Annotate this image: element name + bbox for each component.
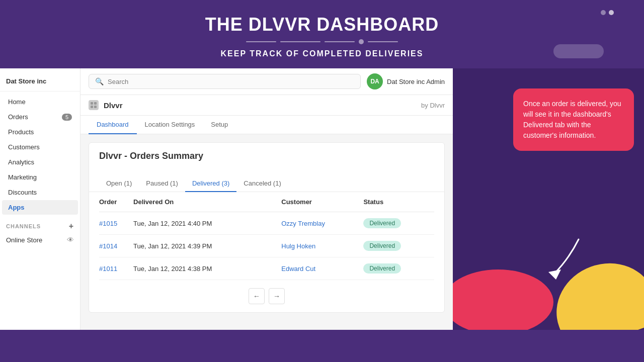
channel-visibility-icon[interactable]: 👁 bbox=[67, 236, 74, 244]
sidebar-item-online-store[interactable]: Online Store 👁 bbox=[0, 233, 80, 247]
user-name: Dat Store inc Admin bbox=[387, 78, 445, 85]
status-badge: Delivered bbox=[363, 263, 401, 274]
sidebar-item-discounts[interactable]: Discounts bbox=[2, 185, 78, 200]
sidebar-item-products[interactable]: Products bbox=[2, 125, 78, 139]
hero-divider bbox=[10, 39, 634, 44]
orders-table-wrap: Order Delivered On Customer Status #1015… bbox=[89, 192, 444, 280]
user-info: DA Dat Store inc Admin bbox=[367, 73, 445, 89]
delivered-on-cell: Tue, Jan 12, 2021 4:38 PM bbox=[133, 257, 281, 280]
delivered-on-cell: Tue, Jan 12, 2021 4:39 PM bbox=[133, 235, 281, 257]
sidebar-item-home[interactable]: Home bbox=[2, 95, 78, 109]
avatar: DA bbox=[367, 73, 383, 89]
orders-table: Order Delivered On Customer Status #1015… bbox=[99, 192, 434, 280]
svg-rect-2 bbox=[91, 106, 93, 108]
channels-label: CHANNELS bbox=[6, 223, 41, 229]
status-badge: Delivered bbox=[363, 241, 401, 251]
tab-location-settings[interactable]: Location Settings bbox=[137, 116, 203, 134]
sub-tabs: Open (1) Paused (1) Delivered (3) Cancel… bbox=[89, 175, 444, 192]
tab-setup[interactable]: Setup bbox=[203, 116, 236, 134]
app-header: Dlvvr by Dlvvr bbox=[80, 95, 453, 116]
order-link[interactable]: #1015 bbox=[99, 220, 117, 227]
sidebar-item-label: Orders bbox=[8, 113, 28, 121]
prev-page-button[interactable]: ← bbox=[249, 288, 265, 304]
hero-banner: THE DLVVR DASHBOARD KEEP TRACK OF COMPLE… bbox=[0, 0, 644, 68]
sidebar-item-marketing[interactable]: Marketing bbox=[2, 170, 78, 185]
table-row: #1014 Tue, Jan 12, 2021 4:39 PM Hulg Hok… bbox=[99, 235, 434, 257]
customer-link[interactable]: Hulg Hoken bbox=[281, 242, 315, 250]
hero-title: THE DLVVR DASHBOARD bbox=[10, 14, 634, 35]
hero-subtitle: KEEP TRACK OF COMPLETED DELIVERIES bbox=[10, 49, 634, 58]
sidebar-item-label: Discounts bbox=[8, 189, 37, 196]
app-header-left: Dlvvr bbox=[89, 100, 123, 110]
search-icon: 🔍 bbox=[95, 77, 104, 85]
sidebar-item-label: Marketing bbox=[8, 173, 37, 181]
sidebar: Dat Store inc Home Orders 5 Products Cus… bbox=[0, 68, 80, 330]
sidebar-item-orders[interactable]: Orders 5 bbox=[2, 110, 78, 124]
tooltip-card: Once an order is delivered, you will see… bbox=[513, 88, 634, 151]
app-icon bbox=[89, 100, 99, 110]
app-name: Dlvvr bbox=[104, 101, 123, 110]
customer-link[interactable]: Ozzy Tremblay bbox=[281, 220, 325, 227]
sidebar-item-analytics[interactable]: Analytics bbox=[2, 155, 78, 169]
table-row: #1011 Tue, Jan 12, 2021 4:38 PM Edward C… bbox=[99, 257, 434, 280]
col-customer: Customer bbox=[281, 192, 363, 212]
svg-rect-1 bbox=[94, 102, 97, 105]
delivered-on-cell: Tue, Jan 12, 2021 4:40 PM bbox=[133, 212, 281, 235]
svg-marker-4 bbox=[548, 269, 561, 280]
col-order: Order bbox=[99, 192, 133, 212]
customer-link[interactable]: Edward Cut bbox=[281, 265, 315, 273]
orders-title: Dlvvr - Orders Summary bbox=[99, 151, 434, 161]
add-channel-icon[interactable]: + bbox=[69, 222, 74, 231]
by-label: by Dlvvr bbox=[421, 102, 445, 109]
next-page-button[interactable]: → bbox=[269, 288, 285, 304]
orders-badge: 5 bbox=[62, 114, 72, 121]
status-badge: Delivered bbox=[363, 218, 401, 228]
sidebar-item-label: Customers bbox=[8, 143, 40, 151]
sidebar-item-label: Analytics bbox=[8, 158, 34, 166]
hero-nav-dots bbox=[601, 10, 614, 15]
order-link[interactable]: #1011 bbox=[99, 265, 117, 273]
sub-tab-paused[interactable]: Paused (1) bbox=[139, 175, 185, 192]
right-panel: Once an order is delivered, you will see… bbox=[453, 68, 644, 330]
search-box[interactable]: 🔍 bbox=[89, 74, 361, 89]
app-area: 🔍 DA Dat Store inc Admin Dlvvr by Dlvvr … bbox=[80, 68, 453, 330]
sidebar-item-label: Apps bbox=[8, 204, 25, 211]
sidebar-item-label: Home bbox=[8, 98, 26, 106]
sidebar-item-label: Products bbox=[8, 128, 34, 136]
tab-dashboard[interactable]: Dashboard bbox=[89, 116, 137, 134]
sidebar-item-customers[interactable]: Customers bbox=[2, 140, 78, 154]
tooltip-text: Once an order is delivered, you will see… bbox=[523, 99, 624, 141]
topbar: 🔍 DA Dat Store inc Admin bbox=[80, 68, 453, 95]
col-status: Status bbox=[363, 192, 434, 212]
svg-rect-0 bbox=[91, 102, 93, 105]
search-input[interactable] bbox=[108, 78, 354, 85]
tabs-bar: Dashboard Location Settings Setup bbox=[80, 116, 453, 134]
store-name: Dat Store inc bbox=[0, 73, 80, 92]
col-delivered-on: Delivered On bbox=[133, 192, 281, 212]
channel-label: Online Store bbox=[6, 236, 42, 244]
svg-rect-3 bbox=[94, 106, 97, 108]
orders-card: Dlvvr - Orders Summary Open (1) Paused (… bbox=[89, 142, 445, 313]
order-link[interactable]: #1014 bbox=[99, 242, 117, 250]
hero-cta-button[interactable] bbox=[553, 44, 604, 58]
sidebar-item-apps[interactable]: Apps bbox=[2, 200, 78, 215]
sub-tab-canceled[interactable]: Canceled (1) bbox=[236, 175, 288, 192]
table-row: #1015 Tue, Jan 12, 2021 4:40 PM Ozzy Tre… bbox=[99, 212, 434, 235]
orders-card-header: Dlvvr - Orders Summary bbox=[89, 143, 444, 175]
sub-tab-delivered[interactable]: Delivered (3) bbox=[185, 175, 236, 192]
main-layout: Dat Store inc Home Orders 5 Products Cus… bbox=[0, 68, 644, 330]
sub-tab-open[interactable]: Open (1) bbox=[99, 175, 139, 192]
pagination: ← → bbox=[89, 280, 444, 312]
channels-section: CHANNELS + bbox=[0, 218, 80, 233]
